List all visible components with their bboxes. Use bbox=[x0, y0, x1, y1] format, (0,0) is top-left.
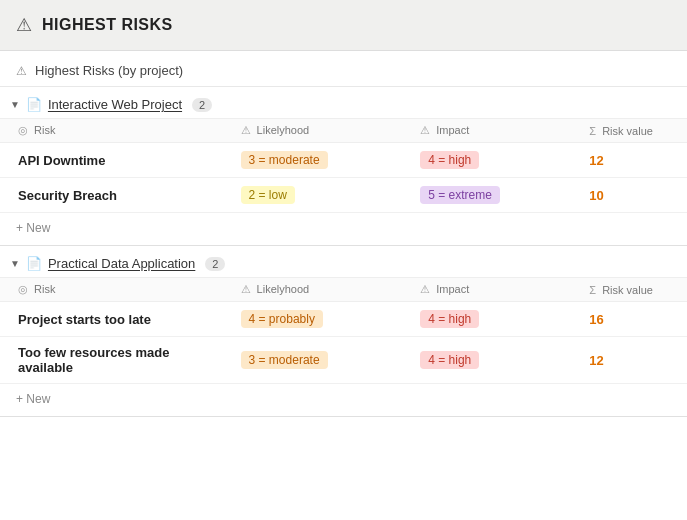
col-risk-header: ◎ Risk bbox=[0, 119, 233, 143]
impact-badge-0-0: 4 = high bbox=[412, 143, 581, 178]
page-title: HIGHEST RISKS bbox=[42, 16, 173, 34]
section-label: Highest Risks (by project) bbox=[35, 63, 183, 78]
project-block-1: ▼ 📄 Practical Data Application 2 ◎ Risk … bbox=[0, 246, 687, 417]
col-likelyhood-header: ⚠ Likelyhood bbox=[233, 119, 413, 143]
project-title-row-1: ▼ 📄 Practical Data Application 2 bbox=[0, 246, 687, 277]
impact-value-0-1: 5 = extreme bbox=[420, 186, 500, 204]
doc-icon-0: 📄 bbox=[26, 97, 42, 112]
page-header: ⚠ HIGHEST RISKS bbox=[0, 0, 687, 51]
impact-badge-1-1: 4 = high bbox=[412, 337, 581, 384]
likelyhood-value-0-0: 3 = moderate bbox=[241, 151, 328, 169]
col-impact-header: ⚠ Impact bbox=[412, 278, 581, 302]
impact-col-icon: ⚠ bbox=[420, 124, 430, 137]
likelyhood-badge-1-0: 4 = probably bbox=[233, 302, 413, 337]
col-risk-header: ◎ Risk bbox=[0, 278, 233, 302]
header-warning-icon: ⚠ bbox=[16, 14, 32, 36]
project-name-0: Interactive Web Project bbox=[48, 97, 182, 112]
likelyhood-value-1-0: 4 = probably bbox=[241, 310, 323, 328]
likelyhood-badge-1-1: 3 = moderate bbox=[233, 337, 413, 384]
risk-value-cell-0-0: 12 bbox=[581, 143, 687, 178]
project-table-0: ◎ Risk ⚠ Likelyhood ⚠ Impact Σ Risk valu… bbox=[0, 118, 687, 213]
likelyhood-badge-0-1: 2 = low bbox=[233, 178, 413, 213]
likelyhood-badge-0-0: 3 = moderate bbox=[233, 143, 413, 178]
likelyhood-col-icon: ⚠ bbox=[241, 283, 251, 296]
table-row-1-0: Project starts too late 4 = probably 4 =… bbox=[0, 302, 687, 337]
project-title-row-0: ▼ 📄 Interactive Web Project 2 bbox=[0, 87, 687, 118]
add-new-0[interactable]: + New bbox=[0, 213, 687, 245]
risk-value-cell-1-0: 16 bbox=[581, 302, 687, 337]
col-riskvalue-header: Σ Risk value bbox=[581, 119, 687, 143]
col-riskvalue-header: Σ Risk value bbox=[581, 278, 687, 302]
risk-value-num-0-0: 12 bbox=[589, 153, 603, 168]
risk-name-0-1: Security Breach bbox=[0, 178, 233, 213]
projects-container: ▼ 📄 Interactive Web Project 2 ◎ Risk ⚠ L… bbox=[0, 87, 687, 417]
chevron-icon-0[interactable]: ▼ bbox=[10, 99, 20, 110]
risk-name-1-1: Too few resources made available bbox=[0, 337, 233, 384]
doc-icon-1: 📄 bbox=[26, 256, 42, 271]
risk-col-icon: ◎ bbox=[18, 124, 28, 137]
table-header-0: ◎ Risk ⚠ Likelyhood ⚠ Impact Σ Risk valu… bbox=[0, 119, 687, 143]
riskvalue-col-icon: Σ bbox=[589, 125, 596, 137]
table-row-1-1: Too few resources made available 3 = mod… bbox=[0, 337, 687, 384]
section-warning-icon: ⚠ bbox=[16, 64, 27, 78]
risk-value-num-1-1: 12 bbox=[589, 353, 603, 368]
chevron-icon-1[interactable]: ▼ bbox=[10, 258, 20, 269]
risk-col-icon: ◎ bbox=[18, 283, 28, 296]
impact-badge-1-0: 4 = high bbox=[412, 302, 581, 337]
riskvalue-col-icon: Σ bbox=[589, 284, 596, 296]
impact-col-icon: ⚠ bbox=[420, 283, 430, 296]
add-new-1[interactable]: + New bbox=[0, 384, 687, 416]
project-name-1: Practical Data Application bbox=[48, 256, 195, 271]
risk-value-cell-0-1: 10 bbox=[581, 178, 687, 213]
table-row-0-1: Security Breach 2 = low 5 = extreme 10 bbox=[0, 178, 687, 213]
risk-name-0-0: API Downtime bbox=[0, 143, 233, 178]
risk-value-num-0-1: 10 bbox=[589, 188, 603, 203]
col-impact-header: ⚠ Impact bbox=[412, 119, 581, 143]
section-header: ⚠ Highest Risks (by project) bbox=[0, 51, 687, 87]
impact-badge-0-1: 5 = extreme bbox=[412, 178, 581, 213]
likelyhood-col-icon: ⚠ bbox=[241, 124, 251, 137]
impact-value-0-0: 4 = high bbox=[420, 151, 479, 169]
table-header-1: ◎ Risk ⚠ Likelyhood ⚠ Impact Σ Risk valu… bbox=[0, 278, 687, 302]
table-row-0-0: API Downtime 3 = moderate 4 = high 12 bbox=[0, 143, 687, 178]
project-block-0: ▼ 📄 Interactive Web Project 2 ◎ Risk ⚠ L… bbox=[0, 87, 687, 246]
col-likelyhood-header: ⚠ Likelyhood bbox=[233, 278, 413, 302]
likelyhood-value-0-1: 2 = low bbox=[241, 186, 295, 204]
project-table-1: ◎ Risk ⚠ Likelyhood ⚠ Impact Σ Risk valu… bbox=[0, 277, 687, 384]
risk-name-1-0: Project starts too late bbox=[0, 302, 233, 337]
risk-value-cell-1-1: 12 bbox=[581, 337, 687, 384]
project-count-0: 2 bbox=[192, 98, 212, 112]
likelyhood-value-1-1: 3 = moderate bbox=[241, 351, 328, 369]
project-count-1: 2 bbox=[205, 257, 225, 271]
impact-value-1-0: 4 = high bbox=[420, 310, 479, 328]
risk-value-num-1-0: 16 bbox=[589, 312, 603, 327]
impact-value-1-1: 4 = high bbox=[420, 351, 479, 369]
